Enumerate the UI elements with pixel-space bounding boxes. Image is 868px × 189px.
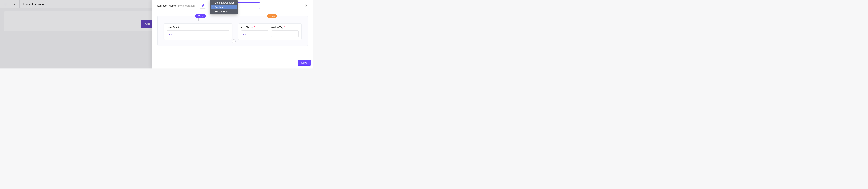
- add-to-list-select[interactable]: [241, 30, 269, 37]
- modal-scrim: [0, 0, 152, 69]
- page-title: Funnel Integration: [20, 3, 45, 6]
- when-badge: When: [195, 14, 206, 18]
- add-step-button[interactable]: +: [232, 39, 236, 43]
- add-to-list-label: Add To List *: [241, 26, 269, 29]
- check-icon: ✓: [211, 6, 213, 8]
- assign-tag-select[interactable]: [271, 30, 299, 37]
- assign-tag-label: Assign Tag *: [271, 26, 299, 29]
- crm-option-aweber[interactable]: ✓ Aweber: [211, 5, 237, 9]
- crm-option-constant-contact[interactable]: Constant Contact: [211, 1, 237, 5]
- crm-option-sendinblue[interactable]: SendInBlue: [211, 9, 237, 14]
- user-event-select[interactable]: [166, 30, 229, 37]
- integration-name-value: My Integration: [178, 4, 195, 7]
- save-button[interactable]: Save: [298, 60, 311, 66]
- close-panel-button[interactable]: [303, 2, 309, 9]
- arrow-left-icon: [13, 2, 17, 6]
- edit-name-button[interactable]: [200, 3, 206, 9]
- flow-builder: When Then User Event *: [157, 16, 308, 46]
- pencil-icon: [202, 4, 205, 7]
- then-card: Add To List * Assign Tag *: [238, 23, 302, 40]
- back-button[interactable]: [11, 0, 20, 8]
- user-event-label: User Event *: [166, 26, 229, 29]
- close-icon: [305, 4, 308, 7]
- crm-dropdown: Constant Contact ✓ Aweber SendInBlue: [210, 0, 238, 15]
- crm-option-label: Aweber: [215, 6, 223, 9]
- app-logo[interactable]: [0, 0, 11, 8]
- when-card: User Event *: [164, 23, 232, 40]
- then-badge: Then: [267, 14, 277, 18]
- integration-name-label: Integration Name:: [156, 4, 177, 7]
